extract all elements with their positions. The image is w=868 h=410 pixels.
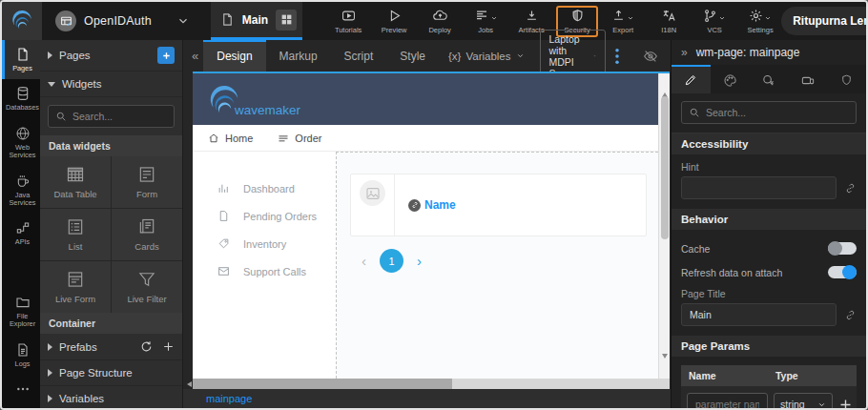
envelope-icon	[217, 265, 230, 277]
widget-search[interactable]	[48, 105, 175, 128]
page-canvas[interactable]: wavemaker Home Order	[193, 72, 670, 379]
widget-form[interactable]: Form	[112, 156, 182, 208]
chevron-down-icon[interactable]	[176, 14, 190, 28]
menu-support-calls[interactable]: Support Calls	[193, 257, 336, 285]
hint-input[interactable]	[681, 176, 837, 199]
current-page[interactable]: 1	[380, 249, 403, 273]
widgets-accordion[interactable]: Widgets	[40, 72, 182, 97]
bind-property-icon[interactable]	[844, 182, 857, 195]
canvas-vertical-scrollbar[interactable]	[658, 73, 670, 379]
behavior-section-header[interactable]: Behavior	[672, 209, 866, 230]
pages-accordion[interactable]: Pages	[40, 40, 182, 72]
branch-icon	[703, 9, 717, 23]
rail-item-java-services[interactable]: Java Services	[2, 167, 40, 215]
scrollbar-thumb[interactable]	[193, 379, 452, 389]
vcs-button[interactable]: VCS	[693, 6, 735, 37]
data-table-icon	[65, 165, 86, 184]
scroll-left-icon[interactable]	[187, 381, 192, 387]
menu-inventory[interactable]: Inventory	[193, 230, 336, 257]
page-title-input[interactable]	[681, 303, 837, 326]
menu-dashboard[interactable]: Dashboard	[193, 174, 336, 202]
rail-item-databases[interactable]: Databases	[2, 79, 40, 118]
home-icon	[208, 133, 219, 144]
export-button[interactable]: Export	[602, 6, 644, 37]
form-icon	[136, 165, 157, 184]
user-menu[interactable]: Ritupurna Lenka RL	[781, 2, 868, 40]
tab-markup[interactable]: Markup	[266, 40, 331, 72]
tab-device[interactable]	[788, 65, 827, 93]
add-param-button[interactable]	[838, 398, 853, 409]
variables-dropdown[interactable]: {x} Variables	[439, 51, 534, 62]
settings-button[interactable]: Settings	[739, 6, 781, 37]
variables-accordion[interactable]: Variables	[40, 386, 182, 410]
rail-item-pages[interactable]: Pages	[2, 40, 40, 79]
widget-live-form[interactable]: Live Form	[40, 261, 111, 313]
cards-icon	[136, 217, 157, 236]
scroll-down-icon[interactable]	[662, 354, 668, 375]
more-options-icon[interactable]	[606, 49, 629, 64]
param-type-select[interactable]: string	[774, 393, 833, 408]
rail-item-file-explorer[interactable]: File Explorer	[2, 288, 40, 336]
deploy-button[interactable]: Deploy	[419, 6, 461, 37]
widget-search-input[interactable]	[72, 111, 167, 122]
project-name: OpenIDAuth	[84, 14, 152, 28]
tutorials-button[interactable]: Tutorials	[327, 6, 369, 37]
menu-pending-orders[interactable]: Pending Orders	[193, 202, 336, 230]
next-page-icon[interactable]: ›	[417, 253, 422, 269]
prefabs-accordion[interactable]: Prefabs	[40, 334, 182, 360]
rail-item-logs[interactable]: Logs	[2, 336, 40, 375]
rail-item-apis[interactable]: APIs	[2, 214, 40, 253]
list-item-card[interactable]: Name	[350, 174, 647, 236]
property-search[interactable]	[681, 101, 857, 124]
tab-properties[interactable]	[672, 65, 711, 93]
collapse-panel-icon[interactable]: «	[187, 49, 203, 63]
jobs-button[interactable]: Jobs	[465, 6, 506, 37]
nav-home[interactable]: Home	[208, 133, 253, 144]
previous-page-icon[interactable]: ‹	[362, 253, 366, 269]
rail-item-web-services[interactable]: Web Services	[2, 119, 40, 167]
accessibility-section-header[interactable]: Accessibility	[672, 133, 866, 154]
scroll-up-icon[interactable]	[662, 76, 668, 97]
widget-list[interactable]: List	[40, 209, 111, 260]
param-name-input[interactable]	[687, 393, 768, 408]
widget-live-filter[interactable]: Live Filter	[112, 261, 182, 313]
canvas-navbar: Home Order	[193, 125, 658, 152]
expand-panel-icon[interactable]: »	[681, 46, 688, 59]
tab-styles[interactable]	[711, 65, 750, 93]
wavemaker-logo[interactable]	[2, 2, 42, 40]
page-params-section-header[interactable]: Page Params	[672, 336, 866, 357]
canvas-horizontal-scrollbar[interactable]	[183, 379, 671, 389]
preview-button[interactable]: Preview	[373, 6, 415, 37]
active-page-name[interactable]: mainpage	[206, 393, 252, 404]
bind-property-icon[interactable]	[844, 309, 857, 321]
search-icon	[689, 107, 700, 118]
page-structure-accordion[interactable]: Page Structure	[40, 360, 182, 386]
refresh-data-toggle[interactable]	[828, 266, 857, 278]
tab-style[interactable]: Style	[386, 40, 439, 72]
chevron-down-icon	[627, 14, 634, 22]
project-selector[interactable]: OpenIDAuth	[42, 2, 199, 40]
add-prefab-icon[interactable]	[162, 340, 175, 353]
rail-item-more[interactable]	[2, 375, 40, 408]
widget-cards[interactable]: Cards	[112, 209, 182, 260]
widget-data-table[interactable]: Data Table	[40, 156, 111, 208]
tag-icon	[217, 237, 230, 250]
canvas-app-header[interactable]: wavemaker	[193, 73, 658, 125]
hide-outline-icon[interactable]	[636, 49, 665, 64]
add-page-button[interactable]	[157, 47, 175, 64]
pages-grid-icon[interactable]	[276, 10, 297, 31]
refresh-icon[interactable]	[140, 340, 153, 353]
property-search-input[interactable]	[706, 107, 849, 118]
cache-toggle[interactable]	[828, 242, 857, 255]
nav-order[interactable]: Order	[278, 133, 321, 144]
scrollbar-thumb[interactable]	[661, 96, 669, 239]
page-tab-main[interactable]: Main	[211, 2, 302, 40]
i18n-button[interactable]: I18N	[648, 6, 690, 37]
tab-events[interactable]	[750, 65, 789, 93]
wavemaker-studio-window: OpenIDAuth Main Tutorials	[0, 0, 868, 410]
canvas-page-content[interactable]: Name ‹ 1 ›	[336, 152, 658, 379]
tab-script[interactable]: Script	[331, 40, 387, 72]
translate-icon	[661, 9, 677, 24]
tab-security[interactable]	[827, 65, 866, 93]
tab-design[interactable]: Design	[203, 40, 265, 72]
